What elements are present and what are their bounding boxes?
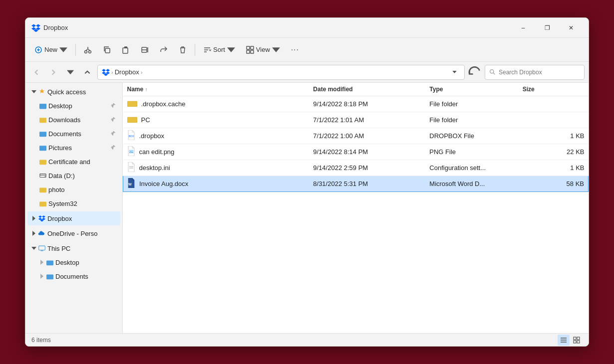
file-size <box>519 112 589 128</box>
desktop-pc-chevron <box>39 259 44 266</box>
svg-rect-53 <box>574 341 576 343</box>
new-button[interactable]: New <box>29 41 72 58</box>
photo-folder-icon <box>39 186 46 193</box>
this-pc-icon <box>38 245 45 252</box>
search-input[interactable] <box>499 69 580 76</box>
sidebar-item-pictures[interactable]: Pictures <box>27 141 120 155</box>
file-icon: BOX <box>127 130 135 142</box>
table-row[interactable]: W Invoice Aug.docx 8/31/2022 5:31 PMMicr… <box>123 176 589 192</box>
sidebar-item-photo[interactable]: photo <box>27 182 120 196</box>
table-row[interactable]: PC 7/1/2022 1:01 AMFile folder <box>123 112 589 128</box>
grid-view-button[interactable] <box>571 335 583 346</box>
history-dropdown-icon <box>67 69 74 76</box>
sidebar-item-dropbox[interactable]: Dropbox <box>27 211 120 225</box>
file-type: Microsoft Word D... <box>425 176 518 192</box>
col-header-date[interactable]: Date modified <box>309 83 425 96</box>
sidebar-item-system32[interactable]: System32 <box>27 196 120 210</box>
file-type: File folder <box>425 112 518 128</box>
documents-folder-icon <box>39 130 46 137</box>
cut-button[interactable] <box>79 41 97 58</box>
desktop-pin <box>110 102 116 110</box>
paste-button[interactable] <box>117 41 135 58</box>
chevron-sep-2: › <box>141 69 143 75</box>
svg-rect-17 <box>247 46 250 49</box>
file-icon: W <box>127 178 135 189</box>
onedrive-chevron <box>31 230 36 237</box>
col-header-type[interactable]: Type <box>425 83 518 96</box>
sidebar-item-certificate[interactable]: Certificate and <box>27 155 120 169</box>
svg-line-22 <box>493 73 495 74</box>
sidebar-item-this-pc[interactable]: This PC <box>27 241 120 255</box>
quick-access-header[interactable]: Quick access <box>27 85 120 99</box>
svg-text:W: W <box>128 182 132 186</box>
sidebar-item-onedrive[interactable]: OneDrive - Perso <box>27 226 120 240</box>
quick-access-label: Quick access <box>47 88 86 96</box>
svg-rect-28 <box>39 160 46 165</box>
chevron-sep-1: › <box>111 69 113 75</box>
desktop-label: Desktop <box>48 102 72 110</box>
sidebar-item-desktop[interactable]: Desktop <box>27 99 120 113</box>
onedrive-group: OneDrive - Perso <box>25 226 122 240</box>
delete-button[interactable] <box>174 41 192 58</box>
sidebar-item-documents[interactable]: Documents <box>27 127 120 141</box>
sidebar-item-data-d[interactable]: Data (D:) <box>27 169 120 182</box>
sidebar-item-downloads[interactable]: Downloads <box>27 113 120 127</box>
view-button[interactable]: View <box>241 41 285 58</box>
view-mode-controls <box>558 335 583 346</box>
table-row[interactable]: desktop.ini 9/14/2022 2:59 PMConfigurati… <box>123 160 589 176</box>
onedrive-icon <box>38 230 45 237</box>
table-row[interactable]: can edit.png 9/14/2022 8:14 PMPNG File22… <box>123 144 589 160</box>
file-type: Configuration sett... <box>425 160 518 176</box>
refresh-button[interactable] <box>468 65 482 79</box>
sidebar-item-documents-pc[interactable]: Documents <box>27 269 120 283</box>
table-row[interactable]: BOX .dropbox 7/1/2022 1:00 AMDROPBOX Fil… <box>123 128 589 144</box>
forward-button[interactable] <box>46 65 60 79</box>
dropbox-group: Dropbox <box>25 211 122 225</box>
minimize-button[interactable]: – <box>512 20 535 36</box>
delete-icon <box>179 46 187 54</box>
file-date: 9/14/2022 8:14 PM <box>309 144 425 160</box>
grid-view-icon <box>573 337 580 344</box>
back-button[interactable] <box>29 65 43 79</box>
svg-point-31 <box>45 176 46 177</box>
file-date: 9/14/2022 8:18 PM <box>309 96 425 112</box>
sort-button[interactable]: Sort <box>198 41 240 58</box>
file-type: DROPBOX File <box>425 128 518 144</box>
system32-label: System32 <box>48 200 77 207</box>
view-label: View <box>256 46 270 53</box>
more-button[interactable]: ··· <box>286 41 304 58</box>
svg-rect-10 <box>124 47 127 48</box>
main-area: Quick access Desktop <box>25 83 589 333</box>
search-box[interactable] <box>485 65 585 80</box>
history-dropdown-button[interactable] <box>63 65 77 79</box>
file-table-header: Name Date modified Type Size <box>123 83 589 96</box>
file-table: Name Date modified Type Size <box>123 83 589 192</box>
share-button[interactable] <box>155 41 173 58</box>
address-bar[interactable]: › Dropbox › <box>97 65 465 80</box>
downloads-pin <box>110 116 116 124</box>
col-header-name[interactable]: Name <box>123 83 309 96</box>
documents-label: Documents <box>48 130 81 138</box>
maximize-button[interactable]: ❐ <box>536 20 559 36</box>
file-table-body: .dropbox.cache 9/14/2022 8:18 PMFile fol… <box>123 96 589 192</box>
file-name: .dropbox.cache <box>141 100 186 108</box>
copy-button[interactable] <box>98 41 116 58</box>
list-view-icon <box>560 337 567 344</box>
address-bar-row: › Dropbox › <box>25 62 589 83</box>
this-pc-label: This PC <box>47 245 70 252</box>
svg-rect-20 <box>251 50 254 53</box>
table-row[interactable]: .dropbox.cache 9/14/2022 8:18 PMFile fol… <box>123 96 589 112</box>
svg-rect-8 <box>105 48 110 53</box>
close-button[interactable]: ✕ <box>560 20 583 36</box>
list-view-button[interactable] <box>558 335 570 346</box>
address-dropdown-button[interactable] <box>448 66 460 79</box>
pictures-label: Pictures <box>48 144 72 152</box>
sidebar-dropbox-icon <box>38 215 45 222</box>
col-header-size[interactable]: Size <box>519 83 589 96</box>
up-button[interactable] <box>80 65 94 79</box>
title-bar: Dropbox – ❐ ✕ <box>25 18 589 38</box>
paste-icon <box>122 46 130 54</box>
file-type: PNG File <box>425 144 518 160</box>
sidebar-item-desktop-pc[interactable]: Desktop <box>27 255 120 269</box>
rename-button[interactable] <box>136 41 154 58</box>
